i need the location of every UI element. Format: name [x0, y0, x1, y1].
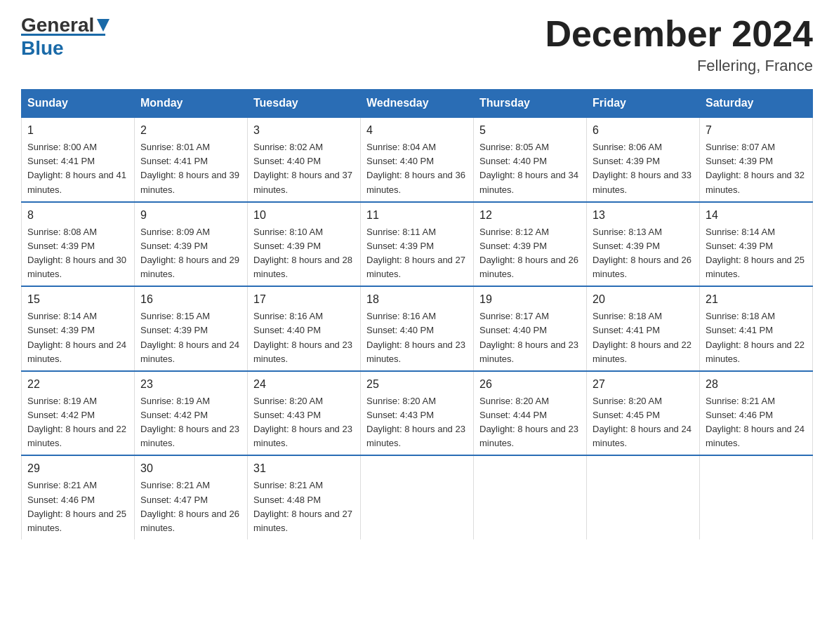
- table-row: 15Sunrise: 8:14 AMSunset: 4:39 PMDayligh…: [22, 286, 135, 371]
- day-number: 18: [366, 291, 468, 308]
- day-number: 8: [27, 207, 128, 224]
- calendar-week-row: 29Sunrise: 8:21 AMSunset: 4:46 PMDayligh…: [22, 455, 813, 539]
- table-row: 2Sunrise: 8:01 AMSunset: 4:41 PMDaylight…: [135, 117, 248, 202]
- day-number: 1: [27, 122, 128, 139]
- page-title: December 2024: [545, 14, 813, 54]
- table-row: 9Sunrise: 8:09 AMSunset: 4:39 PMDaylight…: [135, 202, 248, 287]
- day-number: 3: [253, 122, 355, 139]
- table-row: 21Sunrise: 8:18 AMSunset: 4:41 PMDayligh…: [700, 286, 813, 371]
- table-row: 30Sunrise: 8:21 AMSunset: 4:47 PMDayligh…: [135, 455, 248, 539]
- calendar-week-row: 8Sunrise: 8:08 AMSunset: 4:39 PMDaylight…: [22, 202, 813, 287]
- table-row: 27Sunrise: 8:20 AMSunset: 4:45 PMDayligh…: [587, 371, 700, 456]
- table-row: 31Sunrise: 8:21 AMSunset: 4:48 PMDayligh…: [248, 455, 361, 539]
- table-row: [700, 455, 813, 539]
- table-row: 19Sunrise: 8:17 AMSunset: 4:40 PMDayligh…: [474, 286, 587, 371]
- day-info: Sunrise: 8:12 AMSunset: 4:39 PMDaylight:…: [479, 225, 581, 282]
- page-subtitle: Fellering, France: [545, 57, 813, 75]
- table-row: 4Sunrise: 8:04 AMSunset: 4:40 PMDaylight…: [361, 117, 474, 202]
- day-info: Sunrise: 8:02 AMSunset: 4:40 PMDaylight:…: [253, 140, 355, 197]
- table-row: 12Sunrise: 8:12 AMSunset: 4:39 PMDayligh…: [474, 202, 587, 287]
- day-number: 23: [140, 376, 241, 393]
- day-info: Sunrise: 8:19 AMSunset: 4:42 PMDaylight:…: [27, 394, 128, 451]
- day-number: 17: [253, 291, 355, 308]
- header-wednesday: Wednesday: [361, 90, 474, 118]
- header-friday: Friday: [587, 90, 700, 118]
- table-row: [361, 455, 474, 539]
- day-number: 5: [479, 122, 581, 139]
- day-info: Sunrise: 8:21 AMSunset: 4:48 PMDaylight:…: [253, 478, 355, 535]
- table-row: 6Sunrise: 8:06 AMSunset: 4:39 PMDaylight…: [587, 117, 700, 202]
- day-info: Sunrise: 8:21 AMSunset: 4:47 PMDaylight:…: [140, 478, 241, 535]
- table-row: 10Sunrise: 8:10 AMSunset: 4:39 PMDayligh…: [248, 202, 361, 287]
- table-row: 22Sunrise: 8:19 AMSunset: 4:42 PMDayligh…: [22, 371, 135, 456]
- table-row: 28Sunrise: 8:21 AMSunset: 4:46 PMDayligh…: [700, 371, 813, 456]
- day-number: 31: [253, 460, 355, 477]
- table-row: 20Sunrise: 8:18 AMSunset: 4:41 PMDayligh…: [587, 286, 700, 371]
- logo: General Blue: [21, 14, 110, 60]
- day-info: Sunrise: 8:05 AMSunset: 4:40 PMDaylight:…: [479, 140, 581, 197]
- day-info: Sunrise: 8:20 AMSunset: 4:44 PMDaylight:…: [479, 394, 581, 451]
- day-number: 6: [593, 122, 694, 139]
- table-row: 1Sunrise: 8:00 AMSunset: 4:41 PMDaylight…: [22, 117, 135, 202]
- day-info: Sunrise: 8:10 AMSunset: 4:39 PMDaylight:…: [253, 225, 355, 282]
- calendar-header-row: Sunday Monday Tuesday Wednesday Thursday…: [22, 90, 813, 118]
- day-info: Sunrise: 8:18 AMSunset: 4:41 PMDaylight:…: [706, 309, 807, 366]
- day-info: Sunrise: 8:20 AMSunset: 4:43 PMDaylight:…: [253, 394, 355, 451]
- table-row: 8Sunrise: 8:08 AMSunset: 4:39 PMDaylight…: [22, 202, 135, 287]
- table-row: 5Sunrise: 8:05 AMSunset: 4:40 PMDaylight…: [474, 117, 587, 202]
- table-row: 17Sunrise: 8:16 AMSunset: 4:40 PMDayligh…: [248, 286, 361, 371]
- svg-marker-0: [97, 19, 110, 32]
- table-row: [587, 455, 700, 539]
- table-row: 24Sunrise: 8:20 AMSunset: 4:43 PMDayligh…: [248, 371, 361, 456]
- header-monday: Monday: [135, 90, 248, 118]
- table-row: 7Sunrise: 8:07 AMSunset: 4:39 PMDaylight…: [700, 117, 813, 202]
- day-number: 11: [366, 207, 468, 224]
- calendar-week-row: 15Sunrise: 8:14 AMSunset: 4:39 PMDayligh…: [22, 286, 813, 371]
- day-number: 30: [140, 460, 241, 477]
- day-info: Sunrise: 8:17 AMSunset: 4:40 PMDaylight:…: [479, 309, 581, 366]
- table-row: 11Sunrise: 8:11 AMSunset: 4:39 PMDayligh…: [361, 202, 474, 287]
- day-info: Sunrise: 8:14 AMSunset: 4:39 PMDaylight:…: [706, 225, 807, 282]
- day-info: Sunrise: 8:16 AMSunset: 4:40 PMDaylight:…: [366, 309, 468, 366]
- calendar-week-row: 22Sunrise: 8:19 AMSunset: 4:42 PMDayligh…: [22, 371, 813, 456]
- table-row: 29Sunrise: 8:21 AMSunset: 4:46 PMDayligh…: [22, 455, 135, 539]
- day-info: Sunrise: 8:20 AMSunset: 4:45 PMDaylight:…: [593, 394, 694, 451]
- table-row: 25Sunrise: 8:20 AMSunset: 4:43 PMDayligh…: [361, 371, 474, 456]
- day-info: Sunrise: 8:21 AMSunset: 4:46 PMDaylight:…: [27, 478, 128, 535]
- table-row: [474, 455, 587, 539]
- calendar-week-row: 1Sunrise: 8:00 AMSunset: 4:41 PMDaylight…: [22, 117, 813, 202]
- day-info: Sunrise: 8:14 AMSunset: 4:39 PMDaylight:…: [27, 309, 128, 366]
- day-number: 14: [706, 207, 807, 224]
- day-number: 20: [593, 291, 694, 308]
- day-number: 26: [479, 376, 581, 393]
- day-number: 4: [366, 122, 468, 139]
- page-header: General Blue December 2024 Fellering, Fr…: [21, 14, 813, 75]
- day-number: 2: [140, 122, 241, 139]
- day-number: 24: [253, 376, 355, 393]
- logo-triangle-icon: [97, 19, 110, 34]
- table-row: 18Sunrise: 8:16 AMSunset: 4:40 PMDayligh…: [361, 286, 474, 371]
- day-number: 12: [479, 207, 581, 224]
- day-number: 25: [366, 376, 468, 393]
- day-info: Sunrise: 8:01 AMSunset: 4:41 PMDaylight:…: [140, 140, 241, 197]
- header-tuesday: Tuesday: [248, 90, 361, 118]
- day-info: Sunrise: 8:18 AMSunset: 4:41 PMDaylight:…: [593, 309, 694, 366]
- day-number: 27: [593, 376, 694, 393]
- day-info: Sunrise: 8:15 AMSunset: 4:39 PMDaylight:…: [140, 309, 241, 366]
- day-number: 22: [27, 376, 128, 393]
- day-number: 19: [479, 291, 581, 308]
- table-row: 23Sunrise: 8:19 AMSunset: 4:42 PMDayligh…: [135, 371, 248, 456]
- day-info: Sunrise: 8:09 AMSunset: 4:39 PMDaylight:…: [140, 225, 241, 282]
- day-number: 10: [253, 207, 355, 224]
- header-saturday: Saturday: [700, 90, 813, 118]
- day-info: Sunrise: 8:21 AMSunset: 4:46 PMDaylight:…: [706, 394, 807, 451]
- day-number: 7: [706, 122, 807, 139]
- day-info: Sunrise: 8:08 AMSunset: 4:39 PMDaylight:…: [27, 225, 128, 282]
- header-thursday: Thursday: [474, 90, 587, 118]
- day-info: Sunrise: 8:00 AMSunset: 4:41 PMDaylight:…: [27, 140, 128, 197]
- day-number: 21: [706, 291, 807, 308]
- day-info: Sunrise: 8:07 AMSunset: 4:39 PMDaylight:…: [706, 140, 807, 197]
- day-number: 28: [706, 376, 807, 393]
- logo-blue-text: Blue: [21, 34, 105, 60]
- table-row: 26Sunrise: 8:20 AMSunset: 4:44 PMDayligh…: [474, 371, 587, 456]
